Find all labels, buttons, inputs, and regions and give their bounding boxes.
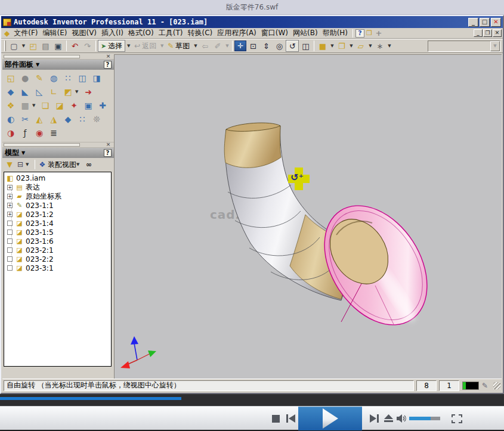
- volume-icon[interactable]: [395, 407, 407, 430]
- resize-grip[interactable]: [493, 382, 500, 389]
- fullscreen-button[interactable]: [450, 407, 464, 430]
- tree-level-dropdown[interactable]: ▼: [26, 162, 33, 167]
- save-button[interactable]: ▣: [52, 40, 64, 52]
- menu-item[interactable]: 帮助(H): [320, 28, 350, 38]
- parameter-combobox[interactable]: ▼: [428, 41, 500, 52]
- play-button[interactable]: [298, 407, 362, 430]
- model-panel-grip[interactable]: ×: [2, 142, 114, 148]
- model-panel-dropdown-icon[interactable]: ▼: [21, 150, 25, 156]
- parts-tool-icon[interactable]: ∟: [47, 87, 61, 97]
- parts-panel-dropdown-icon[interactable]: ▼: [36, 62, 39, 67]
- assembly-view-dropdown[interactable]: ▼: [76, 162, 84, 167]
- add-icon[interactable]: +: [374, 29, 384, 38]
- tree-item-label[interactable]: 023-3:1: [26, 264, 54, 272]
- previous-button[interactable]: [284, 407, 297, 430]
- parts-tool-icon[interactable]: ◱: [4, 73, 18, 83]
- help-icon[interactable]: ?: [355, 29, 364, 38]
- tree-item-label[interactable]: 原始坐标系: [26, 191, 61, 201]
- parts-tool-icon[interactable]: ◆: [61, 114, 75, 124]
- mdi-minimize-button[interactable]: _: [474, 29, 483, 37]
- tree-item-label[interactable]: 023-1:1: [26, 201, 54, 210]
- parts-tool-icon[interactable]: ❊: [89, 114, 104, 124]
- parts-tool-icon[interactable]: ➜: [81, 87, 95, 97]
- tree-root-label[interactable]: 023.iam: [16, 174, 45, 182]
- parts-tool-icon[interactable]: ▣: [81, 101, 95, 110]
- parts-tool-icon[interactable]: ◨: [89, 73, 104, 83]
- viewport-3d[interactable]: cad2618.com: [115, 54, 502, 379]
- assembly-view-label[interactable]: 装配视图: [48, 160, 76, 170]
- shaded-display-button[interactable]: ■: [316, 40, 329, 52]
- parts-tool-icon[interactable]: ◪: [52, 101, 67, 110]
- node-box-icon[interactable]: [7, 238, 13, 244]
- tree-item-label[interactable]: 023-1:5: [26, 228, 54, 237]
- component-opacity-dropdown[interactable]: ▼: [386, 40, 392, 52]
- model-panel-scrollbar[interactable]: [4, 143, 80, 147]
- parts-tool-icon[interactable]: ▦: [18, 101, 32, 110]
- parts-tool-icon[interactable]: ◣: [18, 87, 32, 97]
- tree-item[interactable]: +▤表达: [5, 183, 111, 192]
- volume-slider[interactable]: [409, 417, 440, 420]
- node-box-icon[interactable]: [7, 265, 13, 271]
- parts-tool-icon[interactable]: ✚: [95, 101, 110, 110]
- node-box-icon[interactable]: [7, 256, 13, 262]
- menu-item[interactable]: 工具(T): [156, 28, 185, 38]
- rotate-button[interactable]: ↺: [286, 40, 299, 52]
- style-brush-dropdown[interactable]: ▼: [224, 40, 230, 52]
- menu-item[interactable]: 编辑(E): [41, 28, 70, 38]
- expand-plus-icon[interactable]: +: [7, 185, 13, 190]
- parts-tool-icon[interactable]: ◉: [32, 128, 47, 138]
- tree-item[interactable]: +▰原始坐标系: [5, 192, 111, 201]
- parts-tool-icon[interactable]: ✦: [67, 101, 81, 110]
- parts-tool-icon[interactable]: ◑: [4, 128, 18, 138]
- tree-item[interactable]: +✎023-1:1: [5, 201, 111, 210]
- parts-tool-icon[interactable]: ◍: [47, 73, 61, 83]
- sketch-button[interactable]: ✎ 草图: [165, 40, 192, 52]
- tree-item[interactable]: ◪023-1:5: [5, 228, 111, 237]
- new-window-icon[interactable]: ❐: [364, 29, 374, 37]
- shadow-dropdown[interactable]: ▼: [367, 40, 373, 52]
- parts-tool-icon[interactable]: ◮: [47, 114, 61, 124]
- model-panel-help-icon[interactable]: ?: [104, 149, 112, 157]
- menu-item[interactable]: 转换(C): [185, 28, 215, 38]
- menu-item[interactable]: 文件(F): [11, 28, 40, 38]
- zoom-window-button[interactable]: ⊡: [246, 40, 259, 52]
- return-button[interactable]: ↩ 返回: [132, 40, 159, 52]
- parts-tool-icon[interactable]: ●: [18, 73, 32, 83]
- tree-item[interactable]: ◪023-1:6: [5, 237, 111, 246]
- style-brush-button[interactable]: ✐: [211, 40, 224, 52]
- node-box-icon[interactable]: [7, 230, 13, 235]
- binoculars-icon[interactable]: ∞: [84, 160, 94, 169]
- tree-level-icon[interactable]: ⊟: [15, 160, 26, 169]
- return-dropdown[interactable]: ▼: [159, 40, 165, 52]
- shadow-button[interactable]: ▱: [354, 40, 367, 52]
- expand-plus-icon[interactable]: +: [7, 203, 13, 208]
- parts-panel-close-icon[interactable]: ×: [105, 54, 112, 59]
- menu-item[interactable]: 视图(V): [69, 28, 99, 38]
- assembly-view-icon[interactable]: ❖: [37, 160, 48, 169]
- parts-tool-icon[interactable]: ∷: [61, 73, 75, 83]
- tree-item-label[interactable]: 023-2:2: [26, 255, 54, 263]
- menu-item[interactable]: 窗口(W): [259, 28, 290, 38]
- tree-item-label[interactable]: 023-1:4: [26, 219, 54, 228]
- parts-tool-icon[interactable]: ❏: [38, 101, 52, 110]
- redo-button[interactable]: ↷: [81, 40, 94, 52]
- parts-tool-icon[interactable]: ◐: [4, 114, 18, 124]
- model-panel-header[interactable]: 模型 ▼ ?: [2, 148, 114, 158]
- update-button[interactable]: ⇦: [199, 40, 211, 52]
- parts-panel-scrollbar[interactable]: [4, 55, 80, 58]
- open-button[interactable]: ◰: [27, 40, 39, 52]
- parts-tool-icon[interactable]: ◩: [61, 87, 75, 97]
- maximize-button[interactable]: □: [480, 18, 490, 27]
- component-opacity-button[interactable]: ∗: [373, 40, 386, 52]
- pan-button[interactable]: ⇕: [259, 40, 273, 52]
- tree-item[interactable]: ◪023-3:1: [5, 263, 111, 272]
- seek-bar[interactable]: [0, 394, 504, 406]
- parts-tool-icon[interactable]: ≣: [47, 128, 61, 138]
- next-button[interactable]: [367, 407, 381, 430]
- zoom-all-button[interactable]: ✛: [234, 41, 246, 51]
- tree-item-label[interactable]: 023-1:6: [26, 237, 54, 246]
- tree-item[interactable]: ◪023-2:1: [5, 246, 111, 255]
- print-button[interactable]: ▤: [39, 40, 52, 52]
- parts-panel-header[interactable]: 部件面板 ▼ ?: [2, 60, 114, 70]
- tree-item[interactable]: +◪023-1:2: [5, 210, 111, 219]
